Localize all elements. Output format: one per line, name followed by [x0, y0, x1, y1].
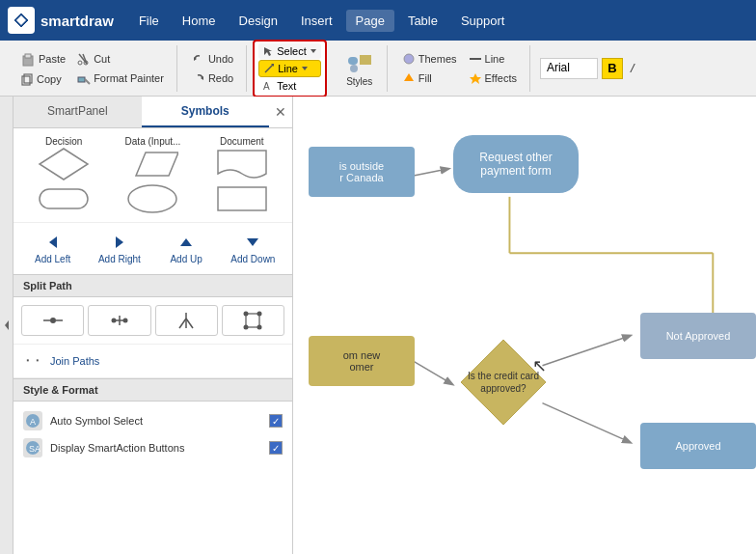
symbol-grid: Decision Data (Input... Document — [14, 128, 292, 222]
svg-rect-30 — [40, 189, 88, 208]
cursor: ↖ — [532, 355, 547, 376]
svg-rect-20 — [348, 57, 358, 65]
svg-point-8 — [78, 61, 82, 65]
panel-close-button[interactable]: ✕ — [269, 97, 292, 127]
line-effects-group: Line Effects — [464, 50, 522, 87]
document-shape — [200, 149, 284, 180]
symbol-rounded-rect[interactable] — [21, 183, 106, 214]
split-btn-4[interactable] — [222, 305, 284, 336]
tab-symbols[interactable]: Symbols — [142, 97, 270, 127]
svg-line-47 — [186, 319, 193, 328]
nav-table[interactable]: Table — [398, 10, 447, 32]
cut-format-group: Cut Format Painter — [72, 50, 169, 87]
themes-button[interactable]: Themes — [397, 50, 462, 68]
select-line-section: Select Line A Text — [253, 40, 327, 97]
node-approved[interactable]: Approved — [640, 423, 756, 469]
effects-button[interactable]: Effects — [464, 69, 522, 87]
line2-button[interactable]: Line — [464, 50, 522, 68]
auto-symbol-icon: A — [23, 411, 42, 430]
toolbar: Paste Copy Cut Format Painter Undo — [0, 41, 756, 97]
symbol-document[interactable]: Document — [200, 136, 284, 180]
node-new-customer[interactable]: om newomer — [309, 336, 415, 386]
copy-button[interactable]: Copy — [15, 70, 70, 88]
format-painter-button[interactable]: Format Painter — [72, 69, 169, 87]
node-request-payment[interactable]: Request otherpayment form — [453, 135, 579, 193]
fill-button[interactable]: Fill — [397, 69, 462, 87]
style-format-section: A Auto Symbol Select ✓ SA Display SmartA… — [14, 402, 292, 467]
nav-support[interactable]: Support — [451, 10, 515, 32]
split-btn-2[interactable] — [88, 305, 150, 336]
undo-button[interactable]: Undo — [187, 50, 238, 68]
styles-button[interactable]: Styles — [340, 46, 379, 90]
nav-home[interactable]: Home — [173, 10, 226, 32]
split-btn-3[interactable] — [155, 305, 218, 336]
cut-button[interactable]: Cut — [72, 50, 169, 68]
symbol-rect[interactable] — [200, 183, 284, 214]
add-up-button[interactable]: Add Up — [155, 229, 218, 268]
nav-insert[interactable]: Insert — [291, 10, 342, 32]
rounded-rect-shape — [21, 183, 106, 214]
nav-design[interactable]: Design — [230, 10, 287, 32]
svg-marker-15 — [310, 49, 316, 53]
svg-marker-35 — [180, 238, 192, 246]
svg-rect-4 — [22, 76, 30, 85]
logo: smartdraw — [8, 7, 114, 34]
clipboard-section: Paste Copy Cut Format Painter — [8, 45, 177, 92]
font-name-box[interactable]: Arial — [540, 58, 598, 79]
select-button[interactable]: Select — [258, 43, 321, 59]
split-path-header: Split Path — [14, 274, 292, 297]
line-button[interactable]: Line — [258, 60, 321, 77]
undoredo-group: Undo Redo — [187, 50, 238, 87]
collapse-panel-button[interactable] — [0, 97, 14, 554]
add-down-button[interactable]: Add Down — [222, 229, 284, 268]
svg-text:A: A — [30, 417, 36, 427]
join-paths-button[interactable]: Join Paths — [50, 355, 99, 367]
paste-button[interactable]: Paste — [15, 49, 70, 69]
svg-point-40 — [111, 319, 116, 323]
svg-marker-14 — [264, 47, 272, 56]
undoredo-section: Undo Redo — [179, 45, 247, 92]
font-italic-button[interactable]: / — [627, 61, 638, 75]
svg-line-68 — [542, 403, 630, 443]
svg-rect-21 — [360, 55, 371, 65]
svg-point-48 — [244, 312, 249, 317]
split-btn-1[interactable] — [21, 305, 84, 336]
svg-point-41 — [122, 319, 127, 323]
svg-marker-29 — [136, 152, 178, 176]
add-left-button[interactable]: Add Left — [21, 229, 84, 268]
svg-rect-5 — [24, 74, 32, 83]
symbol-stadium[interactable] — [110, 183, 195, 214]
auto-symbol-checkbox[interactable]: ✓ — [269, 414, 283, 428]
svg-marker-28 — [40, 149, 88, 180]
symbol-decision[interactable]: Decision — [21, 136, 106, 180]
svg-rect-10 — [78, 77, 85, 82]
canvas-area[interactable]: is outsider Canada Request otherpayment … — [293, 97, 756, 554]
node-credit-card-diamond[interactable]: Is the credit cardapproved? — [457, 336, 550, 429]
side-panel: SmartPanel Symbols ✕ Decision Data (Inpu… — [14, 97, 293, 554]
add-right-button[interactable]: Add Right — [88, 229, 150, 268]
svg-marker-27 — [5, 320, 9, 330]
svg-rect-3 — [25, 54, 31, 58]
data-input-shape — [110, 149, 195, 180]
nav-page[interactable]: Page — [346, 10, 394, 32]
tab-smartpanel[interactable]: SmartPanel — [14, 97, 142, 127]
style-format-header: Style & Format — [14, 378, 292, 402]
display-smartaction-checkbox[interactable]: ✓ — [269, 441, 283, 455]
styles-section: Styles — [333, 45, 388, 92]
symbol-data-input[interactable]: Data (Input... — [110, 136, 195, 180]
node-outside-canada[interactable]: is outsider Canada — [309, 147, 415, 197]
svg-marker-36 — [247, 238, 258, 246]
svg-point-50 — [244, 325, 249, 330]
panel-tabs: SmartPanel Symbols ✕ — [14, 97, 292, 128]
svg-marker-18 — [302, 67, 308, 70]
redo-button[interactable]: Redo — [187, 69, 238, 87]
nav-file[interactable]: File — [129, 10, 169, 32]
stadium-shape — [110, 183, 195, 214]
auto-symbol-label: Auto Symbol Select — [50, 415, 261, 427]
svg-line-16 — [265, 65, 273, 72]
svg-point-31 — [128, 185, 176, 212]
add-buttons-group: Add Left Add Right Add Up Add Down — [14, 222, 292, 274]
node-not-approved[interactable]: Not Approved — [640, 313, 756, 359]
text-button[interactable]: A Text — [258, 78, 321, 94]
font-bold-button[interactable]: B — [602, 58, 623, 79]
